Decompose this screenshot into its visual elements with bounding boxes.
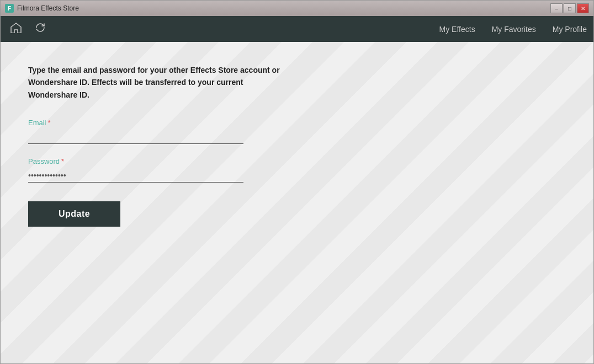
password-form-group: Password*	[28, 157, 282, 183]
form-container: Type the email and password for your oth…	[28, 64, 282, 227]
app-window: F Filmora Effects Store – □ ✕	[0, 0, 594, 364]
nav-bar: My Effects My Favorites My Profile	[1, 16, 593, 42]
my-profile-link[interactable]: My Profile	[553, 25, 587, 34]
password-input[interactable]	[28, 169, 243, 183]
email-form-group: Email*	[28, 119, 282, 144]
email-required-star: *	[48, 119, 51, 127]
svg-text:F: F	[8, 6, 11, 12]
email-input[interactable]	[28, 130, 243, 144]
title-bar: F Filmora Effects Store – □ ✕	[1, 1, 593, 16]
my-effects-link[interactable]: My Effects	[439, 25, 475, 34]
refresh-icon	[35, 22, 46, 36]
my-favorites-link[interactable]: My Favorites	[492, 25, 536, 34]
window-controls: – □ ✕	[550, 3, 589, 13]
app-icon: F	[5, 4, 14, 13]
password-required-star: *	[61, 157, 64, 165]
description-text: Type the email and password for your oth…	[28, 64, 282, 101]
password-label: Password*	[28, 157, 282, 165]
home-icon	[10, 22, 22, 36]
minimize-button[interactable]: –	[550, 3, 563, 13]
maximize-button[interactable]: □	[564, 3, 576, 13]
nav-left	[7, 20, 49, 38]
title-bar-left: F Filmora Effects Store	[5, 4, 79, 13]
nav-right: My Effects My Favorites My Profile	[439, 25, 587, 34]
email-label: Email*	[28, 119, 282, 127]
main-content: Type the email and password for your oth…	[1, 42, 593, 363]
close-button[interactable]: ✕	[577, 3, 589, 13]
window-title: Filmora Effects Store	[17, 4, 79, 12]
home-button[interactable]	[7, 20, 25, 38]
update-button[interactable]: Update	[28, 201, 120, 227]
refresh-button[interactable]	[31, 20, 49, 38]
